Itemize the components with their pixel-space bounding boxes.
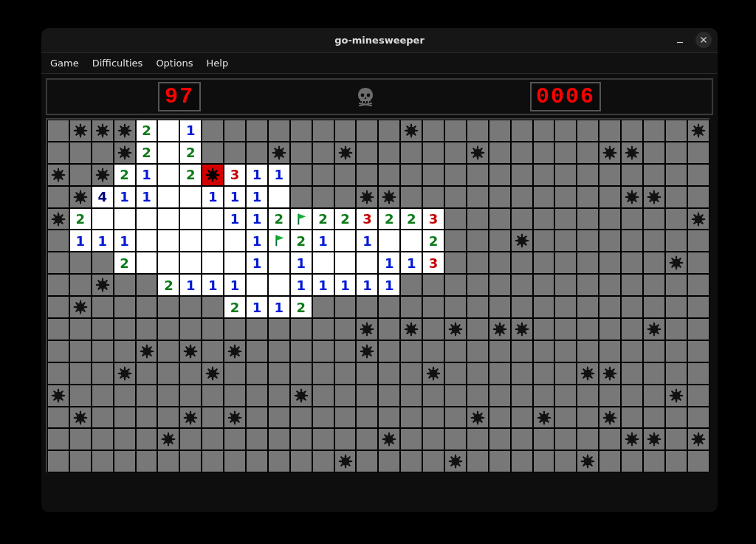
cell[interactable]	[246, 362, 268, 385]
cell[interactable]	[599, 318, 621, 340]
cell[interactable]	[577, 142, 599, 164]
cell[interactable]	[665, 186, 687, 208]
cell[interactable]	[511, 428, 533, 450]
cell[interactable]	[179, 450, 202, 472]
cell[interactable]	[334, 385, 357, 407]
cell[interactable]	[621, 407, 643, 429]
cell[interactable]	[444, 252, 467, 274]
cell[interactable]	[467, 230, 489, 252]
cell[interactable]	[157, 296, 179, 318]
cell[interactable]	[356, 407, 378, 429]
cell[interactable]	[621, 318, 643, 340]
cell[interactable]	[69, 142, 92, 164]
cell[interactable]	[489, 450, 511, 472]
cell[interactable]	[599, 385, 621, 407]
cell[interactable]	[489, 296, 511, 318]
cell[interactable]	[599, 164, 621, 186]
cell[interactable]	[577, 385, 599, 407]
cell[interactable]	[467, 340, 489, 362]
cell[interactable]	[489, 274, 511, 296]
cell[interactable]	[665, 318, 687, 340]
cell[interactable]	[665, 407, 687, 429]
cell[interactable]	[621, 120, 643, 142]
cell[interactable]	[554, 428, 577, 450]
cell[interactable]	[554, 296, 577, 318]
cell[interactable]	[290, 164, 312, 186]
cell[interactable]	[444, 208, 467, 230]
cell[interactable]	[511, 252, 533, 274]
cell[interactable]	[643, 296, 665, 318]
cell[interactable]	[400, 164, 422, 186]
cell[interactable]	[356, 296, 378, 318]
cell[interactable]	[687, 164, 709, 186]
cell[interactable]	[246, 142, 268, 164]
cell[interactable]	[312, 407, 334, 429]
cell[interactable]	[69, 362, 92, 385]
cell[interactable]	[444, 142, 467, 164]
cell[interactable]	[334, 296, 357, 318]
cell[interactable]	[92, 362, 114, 385]
cell[interactable]	[533, 428, 555, 450]
cell[interactable]	[69, 252, 92, 274]
cell[interactable]	[246, 428, 268, 450]
cell[interactable]	[136, 362, 158, 385]
cell[interactable]	[202, 407, 224, 429]
cell[interactable]	[621, 362, 643, 385]
cell[interactable]	[268, 362, 290, 385]
cell[interactable]	[489, 340, 511, 362]
cell[interactable]	[533, 164, 555, 186]
cell[interactable]	[334, 407, 357, 429]
cell[interactable]	[422, 186, 444, 208]
cell[interactable]	[47, 450, 69, 472]
cell[interactable]	[643, 362, 665, 385]
cell[interactable]	[444, 120, 467, 142]
cell[interactable]	[202, 120, 224, 142]
cell[interactable]	[444, 296, 467, 318]
cell[interactable]	[290, 428, 312, 450]
cell[interactable]	[114, 274, 136, 296]
cell[interactable]	[422, 164, 444, 186]
menu-difficulties[interactable]: Difficulties	[92, 58, 143, 69]
cell[interactable]	[643, 120, 665, 142]
cell[interactable]	[533, 340, 555, 362]
cell[interactable]	[224, 318, 246, 340]
cell[interactable]	[334, 120, 357, 142]
cell[interactable]	[621, 208, 643, 230]
cell[interactable]	[533, 230, 555, 252]
cell[interactable]	[665, 142, 687, 164]
cell[interactable]	[114, 340, 136, 362]
cell[interactable]	[489, 164, 511, 186]
cell[interactable]	[400, 296, 422, 318]
cell[interactable]	[599, 120, 621, 142]
cell[interactable]	[511, 385, 533, 407]
cell[interactable]	[290, 318, 312, 340]
cell[interactable]	[334, 186, 357, 208]
cell[interactable]	[511, 362, 533, 385]
cell[interactable]	[599, 252, 621, 274]
cell[interactable]	[47, 296, 69, 318]
cell[interactable]	[334, 164, 357, 186]
cell[interactable]	[687, 296, 709, 318]
cell[interactable]	[554, 318, 577, 340]
cell[interactable]	[179, 362, 202, 385]
cell[interactable]	[599, 208, 621, 230]
close-button[interactable]	[695, 32, 712, 48]
cell[interactable]	[312, 120, 334, 142]
cell[interactable]	[444, 164, 467, 186]
cell[interactable]	[599, 186, 621, 208]
cell[interactable]	[687, 318, 709, 340]
cell[interactable]	[290, 208, 312, 230]
cell[interactable]	[554, 362, 577, 385]
cell[interactable]	[533, 318, 555, 340]
cell[interactable]	[136, 407, 158, 429]
cell[interactable]	[533, 252, 555, 274]
cell[interactable]	[621, 450, 643, 472]
cell[interactable]	[621, 296, 643, 318]
cell[interactable]	[356, 450, 378, 472]
cell[interactable]	[665, 362, 687, 385]
cell[interactable]	[554, 120, 577, 142]
menu-game[interactable]: Game	[50, 58, 79, 69]
cell[interactable]	[224, 450, 246, 472]
cell[interactable]	[312, 450, 334, 472]
cell[interactable]	[533, 385, 555, 407]
